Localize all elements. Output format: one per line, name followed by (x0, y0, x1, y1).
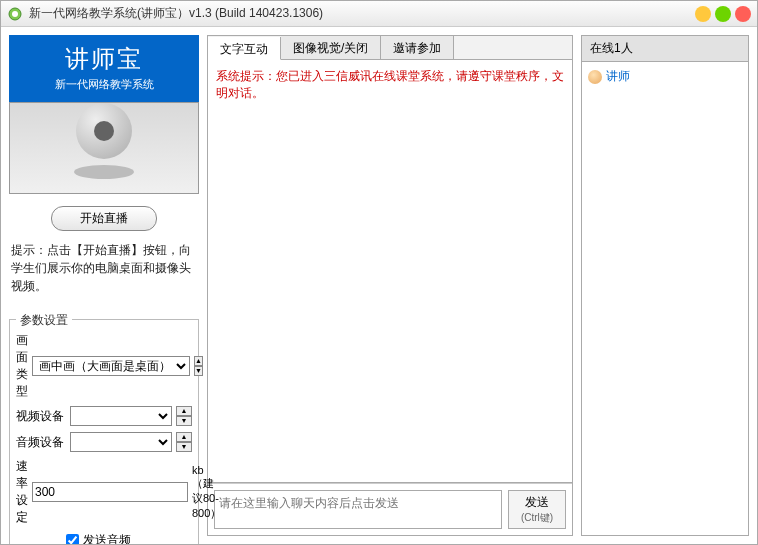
layout-select[interactable]: 画中画（大画面是桌面） (32, 356, 190, 376)
rate-unit: kb（建议80-800） (192, 464, 221, 521)
user-name: 讲师 (606, 68, 630, 85)
video-device-label: 视频设备 (16, 408, 66, 425)
send-audio-checkbox[interactable] (66, 534, 79, 544)
banner-subtitle: 新一代网络教学系统 (9, 77, 199, 92)
user-list: 讲师 (582, 62, 748, 535)
audio-device-label: 音频设备 (16, 434, 66, 451)
video-device-select[interactable] (70, 406, 172, 426)
system-message: 系统提示：您已进入三信威讯在线课堂系统，请遵守课堂秩序，文明对话。 (216, 68, 564, 102)
spin-down-icon[interactable]: ▼ (176, 416, 192, 426)
audio-device-select[interactable] (70, 432, 172, 452)
tab-invite[interactable]: 邀请参加 (381, 36, 454, 59)
minimize-button[interactable] (695, 6, 711, 22)
rate-input[interactable] (32, 482, 188, 502)
spin-up-icon[interactable]: ▲ (176, 432, 192, 442)
webcam-icon (69, 103, 139, 193)
list-item[interactable]: 讲师 (588, 68, 742, 85)
user-icon (588, 70, 602, 84)
close-button[interactable] (735, 6, 751, 22)
rate-label: 速率设定 (16, 458, 28, 526)
app-icon (7, 6, 23, 22)
titlebar: 新一代网络教学系统(讲师宝）v1.3 (Build 140423.1306) (1, 1, 757, 27)
camera-preview (9, 102, 199, 194)
chat-input[interactable] (214, 490, 502, 529)
send-button[interactable]: 发送 (Ctrl键) (508, 490, 566, 529)
banner-title: 讲师宝 (9, 43, 199, 75)
tab-image-view[interactable]: 图像视觉/关闭 (281, 36, 381, 59)
send-audio-label: 发送音频 (83, 532, 131, 544)
spin-up-icon[interactable]: ▲ (176, 406, 192, 416)
tabs: 文字互动 图像视觉/关闭 邀请参加 (208, 36, 572, 60)
settings-group: 参数设置 画面类型 画中画（大画面是桌面） ▲▼ 视频设备 ▲▼ 音频设备 ▲▼ (9, 319, 199, 544)
send-hint: (Ctrl键) (521, 511, 553, 525)
spin-down-icon[interactable]: ▼ (194, 366, 203, 376)
maximize-button[interactable] (715, 6, 731, 22)
chat-area: 系统提示：您已进入三信威讯在线课堂系统，请遵守课堂秩序，文明对话。 (208, 60, 572, 483)
tab-text-chat[interactable]: 文字互动 (208, 37, 281, 60)
spin-up-icon[interactable]: ▲ (194, 356, 203, 366)
spin-down-icon[interactable]: ▼ (176, 442, 192, 452)
layout-label: 画面类型 (16, 332, 28, 400)
settings-legend: 参数设置 (16, 312, 72, 329)
window-title: 新一代网络教学系统(讲师宝）v1.3 (Build 140423.1306) (29, 5, 695, 22)
send-label: 发送 (525, 494, 549, 511)
start-broadcast-button[interactable]: 开始直播 (51, 206, 157, 231)
hint-text: 提示：点击【开始直播】按钮，向学生们展示你的电脑桌面和摄像头视频。 (9, 241, 199, 295)
banner: 讲师宝 新一代网络教学系统 (9, 35, 199, 102)
online-header: 在线1人 (582, 36, 748, 62)
svg-point-1 (12, 11, 18, 17)
